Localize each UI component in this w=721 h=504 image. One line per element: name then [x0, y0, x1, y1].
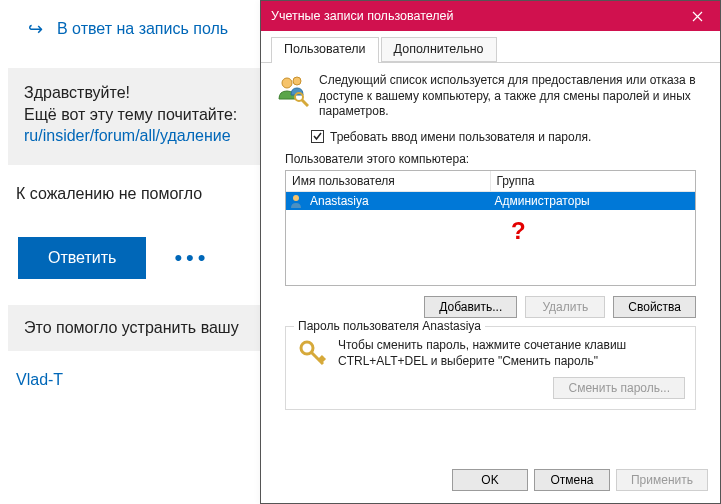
- checkbox-icon[interactable]: [311, 130, 324, 143]
- close-icon: [692, 11, 703, 22]
- change-password-button: Сменить пароль...: [553, 377, 685, 399]
- user-row[interactable]: Anastasiya Администраторы: [286, 192, 695, 210]
- svg-point-1: [293, 77, 301, 85]
- tab-users[interactable]: Пользователи: [271, 37, 379, 62]
- apply-button: Применить: [616, 469, 708, 491]
- add-button[interactable]: Добавить...: [424, 296, 517, 318]
- password-groupbox: Пароль пользователя Anastasiya Чтобы сме…: [285, 326, 696, 410]
- col-group[interactable]: Группа: [491, 171, 696, 191]
- user-icon: [288, 193, 304, 209]
- tab-advanced[interactable]: Дополнительно: [381, 37, 497, 62]
- key-icon: [296, 337, 328, 369]
- ok-button[interactable]: OK: [452, 469, 528, 491]
- password-groupbox-legend: Пароль пользователя Anastasiya: [294, 319, 485, 333]
- user-list-header: Имя пользователя Группа: [286, 171, 695, 192]
- annotation-question-mark: ?: [511, 217, 526, 245]
- password-hint-text: Чтобы сменить пароль, нажмите сочетание …: [338, 337, 685, 369]
- dialog-titlebar: Учетные записи пользователей: [261, 1, 720, 31]
- reply-arrow-icon: ↪: [28, 18, 43, 40]
- cancel-button[interactable]: Отмена: [534, 469, 610, 491]
- properties-button[interactable]: Свойства: [613, 296, 696, 318]
- close-button[interactable]: [675, 1, 720, 31]
- svg-point-0: [282, 78, 292, 88]
- dialog-title: Учетные записи пользователей: [271, 9, 454, 23]
- remove-button: Удалить: [525, 296, 605, 318]
- col-username[interactable]: Имя пользователя: [286, 171, 491, 191]
- user-list-label: Пользователи этого компьютера:: [285, 152, 706, 166]
- description-row: Следующий список используется для предос…: [275, 73, 706, 120]
- reply-button[interactable]: Ответить: [18, 237, 146, 279]
- users-key-icon: [275, 73, 309, 107]
- description-text: Следующий список используется для предос…: [319, 73, 706, 120]
- dialog-body: Следующий список используется для предос…: [261, 63, 720, 459]
- quote-link[interactable]: ru/insider/forum/all/удаление: [24, 127, 231, 144]
- require-login-checkbox-row[interactable]: Требовать ввод имени пользователя и паро…: [311, 130, 706, 144]
- require-login-label: Требовать ввод имени пользователя и паро…: [330, 130, 591, 144]
- user-list-buttons: Добавить... Удалить Свойства: [285, 296, 696, 318]
- tab-strip: Пользователи Дополнительно: [261, 31, 720, 63]
- user-list[interactable]: Имя пользователя Группа Anastasiya Админ…: [285, 170, 696, 286]
- more-actions-icon[interactable]: •••: [174, 245, 209, 271]
- cell-group: Администраторы: [491, 193, 696, 209]
- in-reply-to-text: В ответ на запись поль: [57, 20, 228, 38]
- svg-point-3: [293, 195, 299, 201]
- cell-username: Anastasiya: [306, 193, 491, 209]
- user-accounts-dialog: Учетные записи пользователей Пользовател…: [260, 0, 721, 504]
- dialog-footer: OK Отмена Применить: [261, 459, 720, 503]
